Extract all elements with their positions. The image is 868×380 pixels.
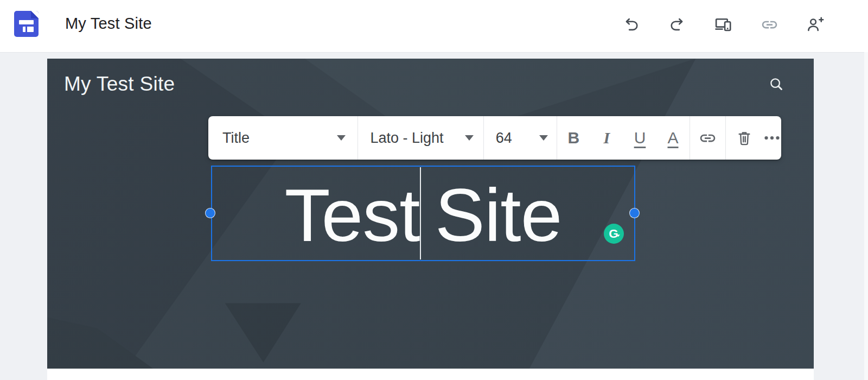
- svg-text:G: G: [609, 227, 618, 240]
- bold-button[interactable]: B: [557, 116, 590, 160]
- google-sites-logo-icon[interactable]: [14, 11, 39, 37]
- logo-fold: [31, 11, 39, 18]
- google-sites-editor: My Test Site: [0, 0, 868, 380]
- font-value: Lato - Light: [370, 130, 443, 147]
- chevron-down-icon: [539, 135, 548, 141]
- scrollbar-track[interactable]: [864, 52, 868, 380]
- site-name-field[interactable]: My Test Site: [65, 15, 152, 33]
- device-preview-icon[interactable]: [714, 16, 732, 34]
- insert-link-icon[interactable]: [690, 116, 725, 160]
- page-content-section[interactable]: [47, 369, 814, 380]
- text-style-value: Title: [222, 130, 250, 147]
- selection-handle-right[interactable]: [629, 208, 640, 218]
- search-icon[interactable]: [768, 76, 784, 92]
- text-format-toolbar: Title Lato - Light 64 B I U A: [208, 116, 781, 160]
- chevron-down-icon: [337, 135, 346, 141]
- title-text-before-caret: Test: [285, 178, 420, 252]
- chevron-down-icon: [465, 135, 474, 141]
- italic-button[interactable]: I: [590, 116, 623, 160]
- title-text-after-caret: Site: [435, 178, 562, 252]
- title-textbox[interactable]: Test Site: [211, 166, 635, 261]
- redo-icon[interactable]: [668, 16, 686, 34]
- font-size-select[interactable]: 64: [484, 116, 557, 160]
- app-header: My Test Site: [0, 0, 868, 52]
- font-size-value: 64: [496, 130, 512, 147]
- underline-button[interactable]: U: [623, 116, 656, 160]
- add-people-icon[interactable]: [806, 16, 824, 34]
- text-style-select[interactable]: Title: [208, 116, 358, 160]
- more-options-icon[interactable]: [763, 116, 781, 160]
- text-caret: [420, 167, 421, 259]
- copy-link-icon[interactable]: [761, 16, 778, 34]
- font-select[interactable]: Lato - Light: [358, 116, 483, 160]
- banner-site-title[interactable]: My Test Site: [64, 73, 175, 96]
- selection-handle-left[interactable]: [205, 208, 215, 218]
- delete-icon[interactable]: [726, 116, 763, 160]
- undo-icon[interactable]: [623, 16, 641, 34]
- text-color-button[interactable]: A: [656, 116, 690, 160]
- grammarly-badge-icon[interactable]: G: [604, 224, 624, 244]
